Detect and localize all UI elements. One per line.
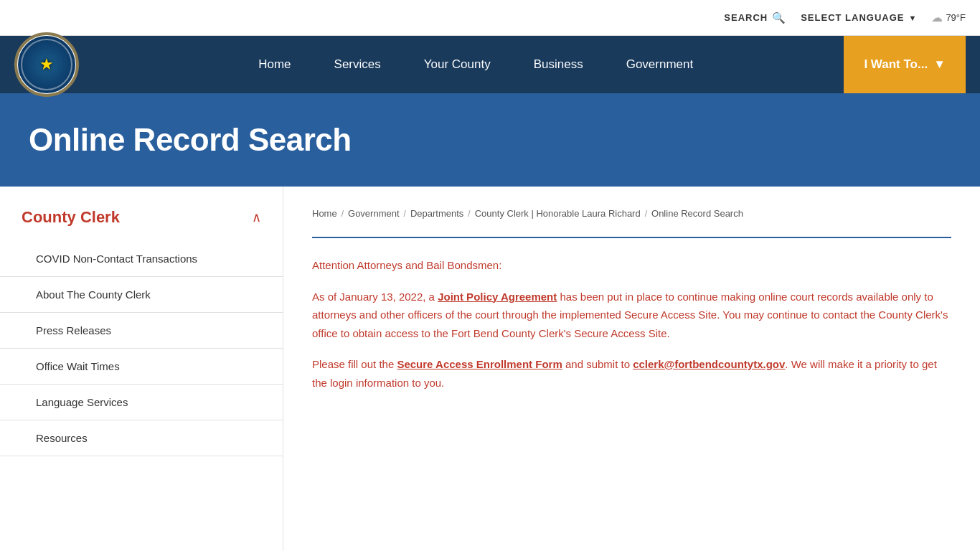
chevron-down-icon: ▼	[909, 14, 918, 22]
sidebar-item-covid[interactable]: COVID Non-Contact Transactions	[0, 241, 283, 277]
sidebar-title-row: County Clerk ∧	[0, 201, 283, 241]
para2-before: Please fill out the	[312, 358, 397, 370]
attention-line: Attention Attorneys and Bail Bondsmen:	[312, 256, 951, 275]
site-logo[interactable]: ★	[14, 32, 108, 97]
nav-yourcounty[interactable]: Your County	[402, 36, 512, 93]
breadcrumb-government[interactable]: Government	[348, 208, 400, 219]
breadcrumb-county-clerk[interactable]: County Clerk | Honorable Laura Richard	[475, 208, 641, 219]
sidebar-item-about[interactable]: About The County Clerk	[0, 277, 283, 313]
para1-before: As of January 13, 2022, a	[312, 291, 438, 303]
language-label: SELECT LANGUAGE	[801, 12, 904, 23]
weather-icon: ☁	[931, 11, 943, 24]
search-button[interactable]: SEARCH 🔍	[724, 11, 786, 24]
search-label: SEARCH	[724, 12, 768, 23]
joint-policy-link[interactable]: Joint Policy Agreement	[438, 291, 557, 303]
chevron-up-icon[interactable]: ∧	[252, 209, 261, 225]
main-content: County Clerk ∧ COVID Non-Contact Transac…	[0, 187, 980, 551]
sidebar-section-title[interactable]: County Clerk	[22, 208, 120, 227]
breadcrumb-current: Online Record Search	[651, 208, 743, 219]
breadcrumb-sep-1: /	[341, 209, 344, 219]
enrollment-form-link[interactable]: Secure Access Enrollment Form	[397, 358, 562, 370]
sidebar-item-office-wait[interactable]: Office Wait Times	[0, 349, 283, 385]
iwantto-label: I Want To...	[864, 57, 928, 72]
temperature: 79°F	[946, 12, 966, 23]
sidebar-item-resources[interactable]: Resources	[0, 420, 283, 456]
navigation-bar: ★ Home Services Your County Business Gov…	[0, 36, 980, 93]
nav-government[interactable]: Government	[605, 36, 715, 93]
search-icon: 🔍	[772, 11, 786, 24]
content-area: Home / Government / Departments / County…	[283, 187, 980, 551]
breadcrumb-departments[interactable]: Departments	[410, 208, 463, 219]
language-selector[interactable]: SELECT LANGUAGE ▼	[801, 12, 917, 23]
page-title: Online Record Search	[29, 122, 352, 158]
sidebar-item-language[interactable]: Language Services	[0, 385, 283, 420]
chevron-down-icon: ▼	[933, 57, 946, 72]
nav-home[interactable]: Home	[237, 36, 312, 93]
breadcrumb-sep-2: /	[404, 209, 406, 219]
content-divider	[312, 237, 951, 238]
iwantto-button[interactable]: I Want To... ▼	[844, 36, 966, 93]
hero-banner: Online Record Search	[0, 93, 980, 187]
weather-display: ☁ 79°F	[931, 11, 966, 24]
top-bar: SEARCH 🔍 SELECT LANGUAGE ▼ ☁ 79°F	[0, 0, 980, 36]
sidebar-item-press[interactable]: Press Releases	[0, 313, 283, 349]
breadcrumb-sep-4: /	[645, 209, 647, 219]
nav-links: Home Services Your County Business Gover…	[108, 36, 844, 93]
para2-middle: and submit to	[562, 358, 633, 370]
nav-business[interactable]: Business	[512, 36, 605, 93]
breadcrumb-home[interactable]: Home	[312, 208, 337, 219]
nav-services[interactable]: Services	[313, 36, 402, 93]
breadcrumb-sep-3: /	[468, 209, 470, 219]
para-1: As of January 13, 2022, a Joint Policy A…	[312, 288, 951, 343]
email-link[interactable]: cclerk@fortbendcountytx.gov	[633, 358, 785, 370]
attention-text: Attention Attorneys and Bail Bondsmen:	[312, 259, 501, 271]
para-2: Please fill out the Secure Access Enroll…	[312, 355, 951, 392]
breadcrumb: Home / Government / Departments / County…	[312, 208, 951, 219]
sidebar: County Clerk ∧ COVID Non-Contact Transac…	[0, 187, 283, 551]
